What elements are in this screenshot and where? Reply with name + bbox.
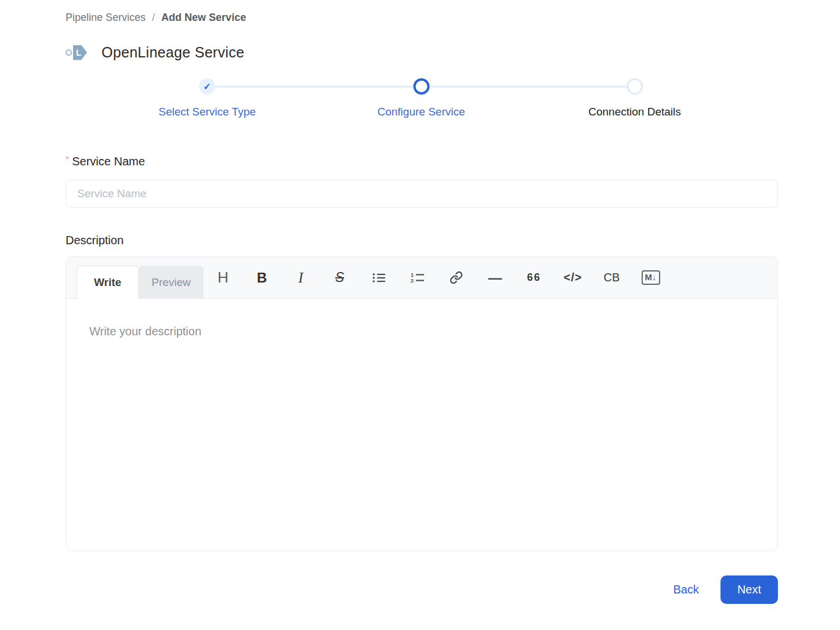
title-row: L OpenLineage Service — [66, 44, 778, 61]
step-pending-circle — [627, 78, 643, 95]
step-completed-circle: ✓ — [199, 78, 215, 95]
openlineage-logo-icon: L — [66, 45, 87, 60]
description-editor-area[interactable]: Write your description — [66, 299, 777, 551]
numbered-list-icon[interactable]: 1 2 — [398, 257, 437, 298]
bold-icon[interactable]: B — [242, 257, 281, 298]
strikethrough-icon[interactable]: S — [320, 257, 359, 298]
service-name-field: *Service Name — [66, 155, 778, 208]
page-title: OpenLineage Service — [102, 44, 244, 61]
svg-text:2: 2 — [411, 278, 414, 284]
service-name-label: *Service Name — [66, 155, 778, 168]
tab-preview[interactable]: Preview — [139, 266, 204, 299]
step-configure-service: Configure Service — [377, 78, 465, 118]
code-block-icon[interactable]: CB — [592, 257, 631, 298]
description-placeholder: Write your description — [89, 325, 754, 338]
description-editor: Write Preview H B I S — [66, 256, 778, 551]
wizard-footer: Back Next — [66, 575, 778, 604]
back-button[interactable]: Back — [673, 583, 698, 596]
check-icon: ✓ — [203, 81, 211, 92]
step-label-configure-service: Configure Service — [377, 106, 465, 118]
description-label: Description — [66, 234, 778, 247]
step-connection-details: Connection Details — [588, 78, 680, 118]
openlineage-logo-letter: L — [73, 45, 87, 60]
markdown-icon[interactable]: M↓ — [631, 257, 670, 298]
step-label-connection-details: Connection Details — [588, 106, 680, 118]
italic-icon[interactable]: I — [281, 257, 320, 298]
add-new-service-page: Pipeline Services / Add New Service L Op… — [0, 0, 840, 604]
service-name-label-text: Service Name — [72, 155, 145, 168]
next-button[interactable]: Next — [720, 575, 778, 604]
step-active-circle — [413, 78, 429, 95]
service-name-input[interactable] — [66, 180, 778, 208]
description-field: Description Write Preview H B I S — [66, 234, 778, 551]
link-icon[interactable] — [437, 257, 476, 298]
code-icon[interactable]: </> — [553, 257, 592, 298]
svg-text:1: 1 — [411, 272, 414, 278]
breadcrumb-pipeline-services[interactable]: Pipeline Services — [66, 12, 146, 24]
breadcrumb-separator: / — [152, 12, 155, 24]
horizontal-rule-icon[interactable]: — — [476, 257, 515, 298]
required-asterisk: * — [66, 155, 69, 165]
bullet-list-icon[interactable] — [359, 257, 398, 298]
openlineage-logo-circle — [66, 49, 72, 56]
tab-write[interactable]: Write — [77, 266, 139, 299]
editor-toolbar: H B I S 1 — [204, 257, 670, 298]
wizard-stepper: ✓ Select Service Type Configure Service … — [66, 78, 778, 125]
breadcrumb: Pipeline Services / Add New Service — [66, 12, 778, 24]
step-label-select-service-type: Select Service Type — [158, 106, 256, 118]
quote-icon[interactable]: 66 — [515, 257, 553, 298]
heading-icon[interactable]: H — [204, 257, 242, 298]
step-select-service-type: ✓ Select Service Type — [158, 78, 256, 118]
editor-tabs: Write Preview — [77, 266, 204, 299]
breadcrumb-add-new-service: Add New Service — [161, 12, 246, 24]
editor-header: Write Preview H B I S — [66, 257, 777, 299]
